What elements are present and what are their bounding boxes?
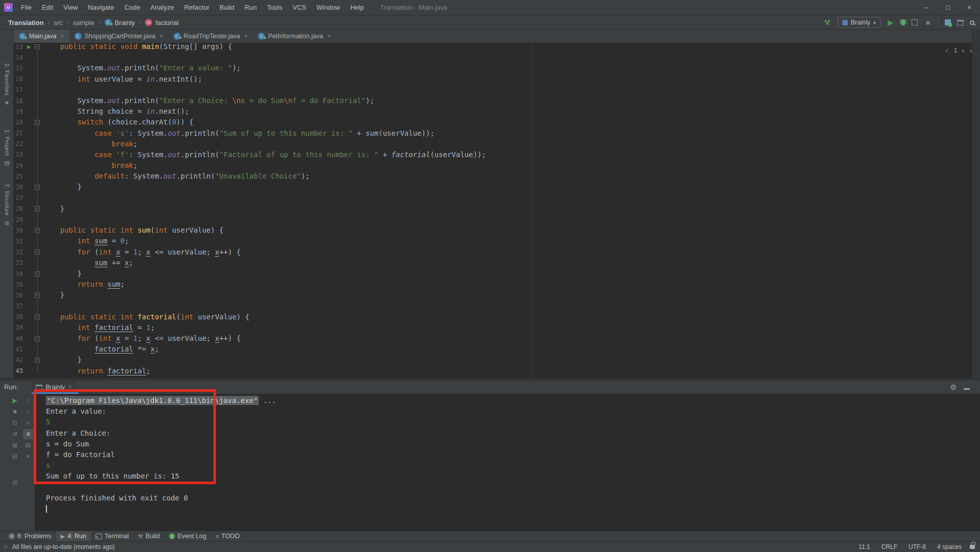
fold-icon[interactable]: − bbox=[35, 228, 40, 233]
code-line[interactable]: 17 bbox=[14, 85, 980, 95]
file-encoding[interactable]: UTF-8 bbox=[909, 543, 926, 550]
menu-file[interactable]: File bbox=[16, 0, 37, 15]
status-message[interactable]: All files are up-to-date (moments ago) bbox=[12, 543, 115, 550]
close-icon[interactable]: × bbox=[68, 384, 71, 391]
code-line[interactable]: 30− public static int sum(int userValue)… bbox=[14, 225, 980, 236]
rerun-icon[interactable]: ▶ bbox=[10, 395, 20, 406]
tab-petinformation-java[interactable]: CPetInformation.java× bbox=[253, 30, 336, 43]
menu-code[interactable]: Code bbox=[119, 0, 145, 15]
code-line[interactable]: 22 break; bbox=[14, 139, 980, 149]
code-line[interactable]: 24 break; bbox=[14, 160, 980, 171]
minimize-icon[interactable]: – bbox=[916, 0, 937, 15]
menu-edit[interactable]: Edit bbox=[37, 0, 58, 15]
code-line[interactable]: 28− } bbox=[14, 204, 980, 214]
search-icon[interactable] bbox=[970, 20, 974, 25]
menu-vcs[interactable]: VCS bbox=[287, 0, 311, 15]
collapse-icon[interactable]: ⊟ bbox=[10, 451, 20, 462]
unlock-icon[interactable] bbox=[970, 545, 975, 549]
menu-view[interactable]: View bbox=[58, 0, 83, 15]
caret-position[interactable]: 11:1 bbox=[859, 543, 870, 550]
run-anything-icon[interactable] bbox=[957, 20, 964, 26]
debug-icon[interactable] bbox=[901, 19, 905, 26]
code-line[interactable]: 36− } bbox=[14, 290, 980, 300]
menu-help[interactable]: Help bbox=[345, 0, 369, 15]
code-line[interactable]: 31 int sum = 0; bbox=[14, 236, 980, 246]
tab-roadtriptester-java[interactable]: CRoadTripTester.java× bbox=[168, 30, 253, 43]
stop-icon[interactable]: ■ bbox=[924, 19, 932, 26]
close-icon[interactable]: × bbox=[244, 33, 248, 40]
run-line-icon[interactable]: ▶ bbox=[27, 44, 31, 49]
hammer-icon[interactable]: ⚒ bbox=[823, 19, 831, 26]
menu-window[interactable]: Window bbox=[311, 0, 345, 15]
line-separator[interactable]: CRLF bbox=[881, 543, 897, 550]
fold-icon[interactable]: − bbox=[35, 44, 40, 49]
code-editor[interactable]: 13▶− public static void main(String[] ar… bbox=[14, 43, 980, 378]
code-line[interactable]: 20− switch (choice.charAt(0)) { bbox=[14, 117, 980, 128]
menu-run[interactable]: Run bbox=[239, 0, 262, 15]
toolbar-item--problems[interactable]: !6: Problems bbox=[4, 531, 56, 541]
menu-navigate[interactable]: Navigate bbox=[83, 0, 119, 15]
code-line[interactable]: 41 factorial *= x; bbox=[14, 344, 980, 355]
code-line[interactable]: 21 case 's': System.out.println("Sum of … bbox=[14, 128, 980, 139]
coverage-icon[interactable] bbox=[912, 19, 918, 26]
close-icon[interactable]: × bbox=[327, 33, 331, 40]
code-line[interactable]: 34− } bbox=[14, 268, 980, 279]
toolbar-item--run[interactable]: ▶4: Run bbox=[56, 531, 91, 541]
run-inner-print-icon[interactable]: ⊟ bbox=[23, 440, 33, 450]
code-line[interactable]: 14 bbox=[14, 52, 980, 63]
fold-icon[interactable]: − bbox=[35, 336, 40, 341]
close-icon[interactable]: × bbox=[959, 0, 980, 15]
run-inner-down-icon[interactable]: ↓ bbox=[23, 407, 33, 417]
breadcrumb-item-brainly[interactable]: CBrainly bbox=[105, 19, 135, 27]
hide-panel-icon[interactable] bbox=[964, 388, 970, 390]
fold-end-icon[interactable]: − bbox=[35, 293, 40, 298]
fold-end-icon[interactable]: − bbox=[35, 206, 40, 211]
code-line[interactable]: 18 System.out.println("Enter a Choice: \… bbox=[14, 95, 980, 106]
code-line[interactable]: 23 case 'f': System.out.println("Factori… bbox=[14, 149, 980, 160]
fold-end-icon[interactable]: − bbox=[35, 271, 40, 277]
close-icon[interactable]: × bbox=[160, 33, 163, 40]
code-line[interactable]: 25 default: System.out.println("Unavaila… bbox=[14, 171, 980, 182]
fold-icon[interactable]: − bbox=[35, 249, 40, 255]
stripe-icon[interactable]: ▫ bbox=[975, 52, 977, 57]
toolbar-item-terminal[interactable]: ▸Terminal bbox=[91, 531, 133, 541]
breadcrumb-item-factorial[interactable]: mfactorial bbox=[145, 19, 179, 27]
code-line[interactable]: 38− public static int factorial(int user… bbox=[14, 312, 980, 322]
stripe-icon[interactable]: ▫ bbox=[975, 36, 977, 41]
project-structure-icon[interactable] bbox=[945, 19, 951, 26]
toolbar-item-todo[interactable]: ≡TODO bbox=[211, 531, 244, 541]
code-line[interactable]: 42− } bbox=[14, 355, 980, 365]
sidebar-item-favorites[interactable]: 2: Favorites★ bbox=[0, 63, 14, 106]
indent-setting[interactable]: 4 spaces bbox=[937, 543, 962, 550]
code-line[interactable]: 40− for (int x = 1; x <= userValue; x++)… bbox=[14, 333, 980, 344]
restart-icon[interactable]: ↺ bbox=[10, 429, 20, 439]
code-line[interactable]: 13▶− public static void main(String[] ar… bbox=[14, 43, 980, 52]
layout-icon[interactable]: ⊞ bbox=[10, 440, 20, 450]
stop-icon[interactable]: ■ bbox=[10, 407, 20, 417]
toolbar-item-build[interactable]: ⚒Build bbox=[133, 531, 164, 541]
menu-tools[interactable]: Tools bbox=[262, 0, 287, 15]
code-line[interactable]: 32− for (int x = 1; x <= userValue; x++)… bbox=[14, 247, 980, 258]
tab-main-java[interactable]: CMain.java× bbox=[14, 30, 69, 43]
gear-icon[interactable]: ⚙ bbox=[950, 383, 957, 391]
run-inner-scroll-icon[interactable]: ≡ bbox=[23, 429, 33, 439]
code-line[interactable]: 15 System.out.println("Enter a value: ")… bbox=[14, 63, 980, 73]
code-line[interactable]: 43 return factorial; bbox=[14, 366, 980, 377]
code-line[interactable]: 19 String choice = in.next(); bbox=[14, 106, 980, 117]
code-line[interactable]: 39 int factorial = 1; bbox=[14, 322, 980, 333]
run-icon[interactable]: ▶ bbox=[887, 19, 895, 26]
code-line[interactable]: 29 bbox=[14, 214, 980, 225]
menu-refactor[interactable]: Refactor bbox=[179, 0, 214, 15]
toolbar-item-event-log[interactable]: 1Event Log bbox=[164, 531, 211, 541]
breadcrumb-item-src[interactable]: src bbox=[54, 19, 62, 27]
fold-icon[interactable]: − bbox=[35, 120, 40, 125]
code-line[interactable]: 37 bbox=[14, 301, 980, 312]
fold-end-icon[interactable]: − bbox=[35, 358, 40, 363]
run-inner-up-icon[interactable]: ↑ bbox=[23, 395, 33, 406]
menu-build[interactable]: Build bbox=[214, 0, 239, 15]
chevron-up-icon[interactable]: ∧ bbox=[961, 48, 965, 54]
pin-icon[interactable]: ◎ bbox=[10, 477, 20, 487]
code-line[interactable]: 35 return sum; bbox=[14, 279, 980, 290]
maximize-icon[interactable]: □ bbox=[937, 0, 959, 15]
toolwindows-icon[interactable]: □ bbox=[4, 544, 7, 550]
